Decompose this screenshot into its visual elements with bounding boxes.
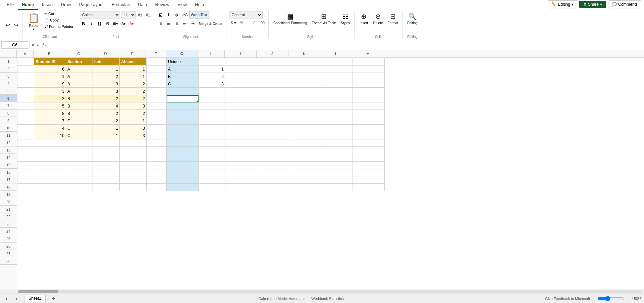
cell-e11[interactable]: 3: [120, 132, 147, 139]
cell-g4[interactable]: C: [167, 80, 199, 88]
cell-h11[interactable]: [199, 132, 225, 139]
cell-h9[interactable]: [199, 117, 225, 125]
cell-b4[interactable]: 9: [34, 80, 66, 88]
cell-k9[interactable]: [289, 117, 321, 125]
col-header-g[interactable]: G: [166, 50, 198, 57]
strikethrough-button[interactable]: S: [104, 20, 111, 27]
cell-f12[interactable]: [147, 139, 167, 147]
cell-k1[interactable]: [289, 58, 321, 66]
cell-a12[interactable]: [17, 139, 34, 147]
cell-d1[interactable]: Late: [93, 58, 120, 66]
indent-dec-button[interactable]: ⇤: [181, 20, 189, 27]
align-left-button[interactable]: ≡: [157, 20, 164, 27]
cell-k10[interactable]: [289, 125, 321, 132]
fill-color-button[interactable]: A▾: [120, 20, 127, 27]
tab-insert[interactable]: Insert: [38, 0, 57, 10]
cell-e7[interactable]: 3: [120, 102, 147, 110]
underline-button[interactable]: U: [96, 20, 103, 27]
cell-d2[interactable]: 1: [93, 66, 120, 73]
format-as-table-button[interactable]: ⊞ Format As Table: [310, 11, 338, 26]
cell-b1[interactable]: Student ID: [34, 58, 66, 66]
cell-a7[interactable]: [17, 102, 34, 110]
row-num-16[interactable]: 16: [0, 169, 17, 176]
cell-f2[interactable]: [147, 66, 167, 73]
col-header-f[interactable]: F: [146, 50, 166, 57]
cell-c8[interactable]: B: [66, 110, 93, 117]
cell-j1[interactable]: [257, 58, 289, 66]
wrap-text-button[interactable]: Wrap Text: [189, 11, 209, 18]
row-num-25[interactable]: 25: [0, 235, 17, 243]
share-button[interactable]: ⬆ Share ▾: [579, 1, 606, 8]
row-num-6[interactable]: 6: [0, 95, 17, 102]
cell-l7[interactable]: [321, 102, 353, 110]
cell-k2[interactable]: [289, 66, 321, 73]
cell-j2[interactable]: [257, 66, 289, 73]
cell-k5[interactable]: [289, 88, 321, 95]
cell-d3[interactable]: 2: [93, 73, 120, 80]
cell-k4[interactable]: [289, 80, 321, 88]
cell-g1[interactable]: Unique: [167, 58, 199, 66]
decrease-decimal-button[interactable]: .00: [258, 20, 266, 26]
insert-function-icon[interactable]: ƒx: [42, 42, 47, 47]
cell-h4[interactable]: 3: [199, 80, 225, 88]
tab-review[interactable]: Review: [151, 0, 174, 10]
cell-d8[interactable]: 2: [93, 110, 120, 117]
row-num-20[interactable]: 20: [0, 198, 17, 206]
cell-a5[interactable]: [17, 88, 34, 95]
cell-j4[interactable]: [257, 80, 289, 88]
cell-a1[interactable]: [17, 58, 34, 66]
row-num-19[interactable]: 19: [0, 191, 17, 198]
cell-m11[interactable]: [353, 132, 385, 139]
row-num-14[interactable]: 14: [0, 154, 17, 161]
cell-l9[interactable]: [321, 117, 353, 125]
cell-b12[interactable]: [34, 139, 66, 147]
add-sheet-button[interactable]: +: [50, 295, 57, 302]
cell-d7[interactable]: 4: [93, 102, 120, 110]
cell-h2[interactable]: 1: [199, 66, 225, 73]
tab-file[interactable]: File: [3, 0, 18, 10]
cell-a3[interactable]: [17, 73, 34, 80]
bold-button[interactable]: B: [80, 20, 87, 27]
cell-g5[interactable]: [167, 88, 199, 95]
cell-f5[interactable]: [147, 88, 167, 95]
cell-l1[interactable]: [321, 58, 353, 66]
cell-c6[interactable]: B: [66, 95, 93, 102]
cell-d4[interactable]: 3: [93, 80, 120, 88]
cell-h7[interactable]: [199, 102, 225, 110]
borders-button[interactable]: ⊞▾: [112, 20, 119, 27]
zoom-in-button[interactable]: +: [627, 297, 629, 301]
col-header-a[interactable]: A: [17, 50, 34, 57]
delete-button[interactable]: ⊖ Delete: [371, 11, 385, 26]
cell-j9[interactable]: [257, 117, 289, 125]
cell-k7[interactable]: [289, 102, 321, 110]
formula-input[interactable]: [50, 43, 643, 47]
cell-j10[interactable]: [257, 125, 289, 132]
cell-b7[interactable]: 5: [34, 102, 66, 110]
cell-i11[interactable]: [225, 132, 257, 139]
comma-button[interactable]: ,: [246, 20, 250, 26]
cell-l5[interactable]: [321, 88, 353, 95]
row-num-2[interactable]: 2: [0, 65, 17, 73]
cell-i3[interactable]: [225, 73, 257, 80]
font-color-button[interactable]: A▾: [128, 20, 136, 27]
comments-button[interactable]: 💬 Comments: [608, 0, 641, 8]
cell-a8[interactable]: [17, 110, 34, 117]
tab-draw[interactable]: Draw: [57, 0, 75, 10]
col-header-l[interactable]: L: [320, 50, 352, 57]
cell-i5[interactable]: [225, 88, 257, 95]
align-right-button[interactable]: ≡: [173, 20, 180, 27]
cell-h8[interactable]: [199, 110, 225, 117]
cell-c10[interactable]: C: [66, 125, 93, 132]
row-num-26[interactable]: 26: [0, 243, 17, 250]
cell-m2[interactable]: [353, 66, 385, 73]
cell-b3[interactable]: 1: [34, 73, 66, 80]
row-num-21[interactable]: 21: [0, 206, 17, 213]
cell-c9[interactable]: C: [66, 117, 93, 125]
cell-h6[interactable]: [199, 95, 225, 102]
col-header-c[interactable]: C: [65, 50, 92, 57]
row-num-10[interactable]: 10: [0, 124, 17, 132]
cell-l2[interactable]: [321, 66, 353, 73]
col-header-d[interactable]: D: [92, 50, 119, 57]
tab-data[interactable]: Data: [134, 0, 151, 10]
cell-h10[interactable]: [199, 125, 225, 132]
